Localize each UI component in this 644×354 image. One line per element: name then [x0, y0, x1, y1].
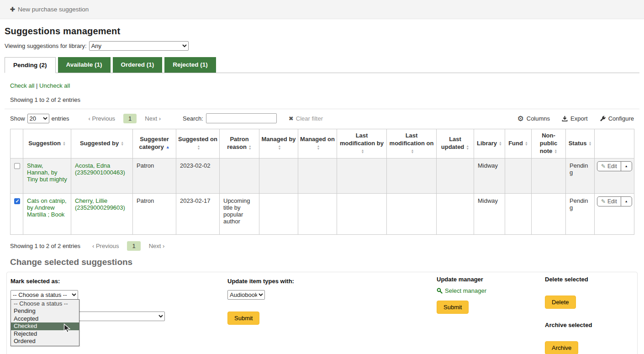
row-checkbox[interactable] [14, 163, 20, 169]
column-header-non-public-note[interactable]: Non-public note▲▼ [532, 129, 566, 159]
previous-button[interactable]: ‹ Previous [89, 115, 116, 122]
status-option[interactable]: Ordered [11, 338, 79, 345]
change-selected-form: Mark selected as: -- Choose a status -- … [6, 272, 638, 354]
mark-selected-label: Mark selected as: [11, 278, 78, 285]
suggested-by-link[interactable]: Cherry, Lillie (23529000299603) [75, 197, 125, 211]
column-header-last-updated[interactable]: Last updated▲▼ [437, 129, 474, 159]
search-input[interactable] [206, 113, 277, 123]
archive-selected-label: Archive selected [545, 322, 592, 328]
status-option[interactable]: Accepted [11, 315, 79, 323]
download-icon [562, 116, 568, 122]
column-header-suggestion[interactable]: Suggestion▲▼ [23, 129, 71, 159]
column-header-select [11, 129, 23, 159]
columns-button[interactable]: ⚙ Columns [517, 115, 550, 122]
chevron-right-icon: › [159, 115, 161, 122]
last-modification-on-cell [387, 193, 437, 234]
next-button[interactable]: Next › [145, 115, 161, 122]
export-button[interactable]: Export [562, 115, 588, 122]
column-header-suggester-category[interactable]: Suggester category▲ [133, 129, 176, 159]
non-public-note-cell [532, 158, 566, 193]
search-label: Search: [183, 115, 203, 122]
sort-icon: ▲▼ [466, 145, 469, 150]
column-header-suggested-on[interactable]: Suggested on▲▼ [176, 129, 220, 159]
divider [5, 109, 639, 109]
showing-entries-top: Showing 1 to 2 of 2 entries [10, 96, 634, 103]
sort-icon: ▲▼ [197, 145, 201, 150]
column-header-managed-on[interactable]: Managed on▲▼ [298, 129, 337, 159]
suggester-category-cell: Patron [133, 193, 176, 234]
entries-label: entries [52, 115, 69, 122]
page-number-button[interactable]: 1 [127, 241, 140, 251]
table-row: Shaw, Hannah, by Tiny but mighty Acosta,… [11, 158, 634, 193]
mouse-cursor [63, 323, 71, 335]
tab-available[interactable]: Available (1) [58, 57, 111, 73]
sort-icon: ▲▼ [278, 145, 281, 150]
select-manager-link[interactable]: Select manager [437, 287, 486, 294]
configure-button[interactable]: Configure [600, 115, 634, 122]
next-button[interactable]: Next › [149, 243, 165, 249]
tab-rejected[interactable]: Rejected (1) [164, 57, 216, 73]
column-header-last-modification-by[interactable]: Last modification by▲▼ [337, 129, 387, 159]
status-cell: Pending [566, 193, 595, 234]
suggested-on-cell: 2023-02-02 [176, 158, 220, 193]
column-header-managed-by[interactable]: Managed by▲▼ [259, 129, 298, 159]
last-modification-by-cell [337, 193, 387, 234]
tab-pending[interactable]: Pending (2) [5, 57, 56, 73]
pencil-icon: ✎ [601, 163, 606, 169]
previous-button[interactable]: ‹ Previous [92, 243, 119, 249]
pencil-icon: ✎ [601, 198, 606, 205]
tab-ordered[interactable]: Ordered (1) [113, 57, 163, 73]
status-tabs: Pending (2) Available (1) Ordered (1) Re… [5, 57, 639, 73]
row-checkbox[interactable] [14, 198, 20, 204]
status-option[interactable]: -- Choose a status -- [11, 300, 79, 308]
library-cell: Midway [474, 193, 505, 234]
new-purchase-suggestion-link[interactable]: ✚ New purchase suggestion [10, 6, 89, 13]
edit-dropdown-toggle[interactable]: ▲ [621, 197, 632, 206]
suggestions-table: Suggestion▲▼ Suggested by▲▼ Suggester ca… [10, 129, 634, 235]
column-header-suggested-by[interactable]: Suggested by▲▼ [71, 129, 133, 159]
plus-icon: ✚ [10, 6, 15, 13]
page-size-select[interactable]: 20 [27, 114, 49, 123]
check-all-link[interactable]: Check all [10, 82, 34, 89]
delete-button[interactable]: Delete [545, 296, 576, 309]
suggestion-link[interactable]: Cats on catnip, by Andrew Martilla ; Boo… [27, 197, 67, 218]
column-header-patron-reason[interactable]: Patron reason▲▼ [220, 129, 259, 159]
table-row: Cats on catnip, by Andrew Martilla ; Boo… [11, 193, 634, 234]
submit-item-types-button[interactable]: Submit [227, 312, 259, 325]
clear-filter-button[interactable]: ✖ Clear filter [289, 115, 323, 122]
status-select[interactable]: -- Choose a status -- [11, 290, 78, 300]
column-header-fund[interactable]: Fund▲▼ [505, 129, 532, 159]
submit-manager-button[interactable]: Submit [437, 301, 469, 314]
last-updated-cell [437, 193, 474, 234]
archive-button[interactable]: Archive [545, 341, 578, 354]
last-modification-on-cell [387, 158, 437, 193]
sort-asc-icon: ▲ [166, 145, 170, 149]
column-header-last-modification-on[interactable]: Last modification on▲▼ [387, 129, 437, 159]
sort-icon: ▲▼ [525, 141, 528, 146]
suggested-by-link[interactable]: Acosta, Edna (23529001000463) [75, 162, 125, 176]
new-purchase-suggestion-label: New purchase suggestion [18, 6, 89, 13]
suggestion-link[interactable]: Shaw, Hannah, by Tiny but mighty [27, 162, 67, 183]
patron-reason-cell [220, 158, 259, 193]
fund-cell [505, 158, 532, 193]
non-public-note-cell [532, 193, 566, 234]
status-cell: Pending [566, 158, 595, 193]
gear-icon: ⚙ [517, 116, 523, 122]
x-icon: ✖ [289, 115, 294, 122]
uncheck-all-link[interactable]: Uncheck all [39, 82, 70, 89]
item-type-select[interactable]: Audiobook [227, 290, 265, 300]
column-header-status[interactable]: Status▲▼ [566, 129, 595, 159]
caret-up-icon: ▲ [625, 200, 628, 203]
edit-split-button[interactable]: ✎Edit ▲ [597, 196, 632, 206]
status-option[interactable]: Pending [11, 307, 79, 315]
library-cell: Midway [474, 158, 505, 193]
suggested-on-cell: 2023-02-17 [176, 193, 220, 234]
edit-dropdown-toggle[interactable]: ▲ [621, 162, 632, 171]
column-header-library[interactable]: Library▲▼ [474, 129, 505, 159]
library-filter-select[interactable]: Any [89, 41, 189, 51]
sort-icon: ▲▼ [121, 141, 124, 146]
edit-split-button[interactable]: ✎Edit ▲ [597, 161, 632, 171]
wrench-icon [600, 116, 606, 122]
page-number-button[interactable]: 1 [123, 114, 137, 123]
change-selected-title: Change selected suggestions [10, 257, 634, 267]
